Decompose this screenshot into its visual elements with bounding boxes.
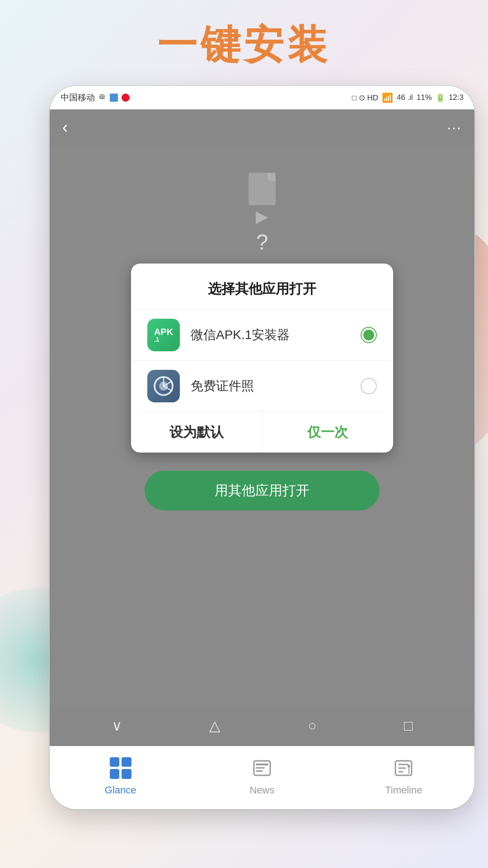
main-content: ▶ ? 选择其他应用打开 APK .1 微信APK.1安装器 <box>50 146 474 705</box>
signal-strength: 46 .il <box>397 93 413 102</box>
chevron-down-icon[interactable]: ∨ <box>112 717 122 734</box>
tab-glance[interactable]: Glance <box>50 755 191 796</box>
grid-cell-1 <box>110 757 120 767</box>
timeline-icon-wrap <box>391 755 416 781</box>
back-button[interactable]: ‹ <box>62 118 68 137</box>
set-default-button[interactable]: 设为默认 <box>131 412 263 453</box>
tab-bar: Glance News <box>50 746 474 809</box>
grid-cell-4 <box>122 769 131 779</box>
svg-rect-3 <box>256 770 263 772</box>
grid-cell-2 <box>122 757 131 767</box>
glance-tab-label: Glance <box>105 784 136 796</box>
tab-timeline[interactable]: Timeline <box>333 755 474 796</box>
radio-wechat-apk[interactable] <box>361 327 377 343</box>
weibo-icon <box>122 94 130 102</box>
grid-cell-3 <box>110 769 120 779</box>
app-bar: ‹ ··· <box>50 109 474 146</box>
timeline-icon <box>393 757 414 779</box>
svg-rect-1 <box>256 764 268 765</box>
page-title: 一键安装 <box>0 18 488 72</box>
carrier-label: 中国移动 <box>61 92 95 104</box>
dialog-title: 选择其他应用打开 <box>131 264 393 309</box>
glance-icon-wrap <box>108 755 133 781</box>
svg-point-9 <box>408 765 410 768</box>
apk-installer-icon: APK .1 <box>147 319 180 351</box>
home-nav-icon[interactable]: ○ <box>308 717 316 734</box>
carrier-signal-icon: ᪤ <box>99 93 106 102</box>
status-icons: □ ⊙ HD <box>352 93 378 103</box>
more-button[interactable]: ··· <box>447 119 462 136</box>
dialog-actions: 设为默认 仅一次 <box>131 412 393 453</box>
file-doc-icon <box>249 173 276 205</box>
news-tab-label: News <box>249 784 274 796</box>
news-icon <box>251 757 273 779</box>
news-icon-wrap <box>249 755 275 781</box>
timeline-tab-label: Timeline <box>385 784 422 796</box>
status-bar: 中国移动 ᪤ □ ⊙ HD 📶 46 .il 11% 🔋 12:3 <box>50 86 474 109</box>
open-other-apps-button[interactable]: 用其他应用打开 <box>145 471 380 510</box>
app-chooser-dialog: 选择其他应用打开 APK .1 微信APK.1安装器 <box>131 264 393 453</box>
wifi-icon: 📶 <box>382 92 393 103</box>
apk-icon-text1: APK <box>154 327 173 336</box>
carrier-icon <box>110 94 118 102</box>
status-bar-right: □ ⊙ HD 📶 46 .il 11% 🔋 12:3 <box>352 92 464 103</box>
battery-icon: 🔋 <box>436 93 445 103</box>
question-mark: ? <box>256 230 268 255</box>
apk-icon-text2: .1 <box>154 336 173 343</box>
free-photo-label: 免费证件照 <box>191 377 361 395</box>
recent-nav-icon[interactable]: □ <box>404 717 413 734</box>
battery-percent: 11% <box>417 93 432 102</box>
phone-frame: 中国移动 ᪤ □ ⊙ HD 📶 46 .il 11% 🔋 12:3 ‹ ··· … <box>50 86 474 809</box>
svg-rect-2 <box>256 767 265 769</box>
once-button[interactable]: 仅一次 <box>263 412 394 453</box>
radio-free-photo[interactable] <box>361 378 377 394</box>
glance-grid-icon <box>110 757 131 779</box>
status-bar-left: 中国移动 ᪤ <box>61 92 130 104</box>
radio-inner-selected <box>363 330 374 340</box>
file-arrow-icon: ▶ <box>256 207 268 226</box>
android-nav-bar: ∨ △ ○ □ <box>50 705 474 746</box>
question-area: ▶ ? <box>249 173 276 255</box>
shutter-icon <box>154 376 174 396</box>
camera-icon <box>147 370 180 402</box>
clock: 12:3 <box>449 93 464 102</box>
tab-news[interactable]: News <box>191 755 333 796</box>
dialog-option-wechat-apk[interactable]: APK .1 微信APK.1安装器 <box>131 309 393 360</box>
back-nav-icon[interactable]: △ <box>209 717 221 734</box>
wechat-apk-label: 微信APK.1安装器 <box>191 326 361 344</box>
dialog-option-free-photo[interactable]: 免费证件照 <box>131 360 393 411</box>
